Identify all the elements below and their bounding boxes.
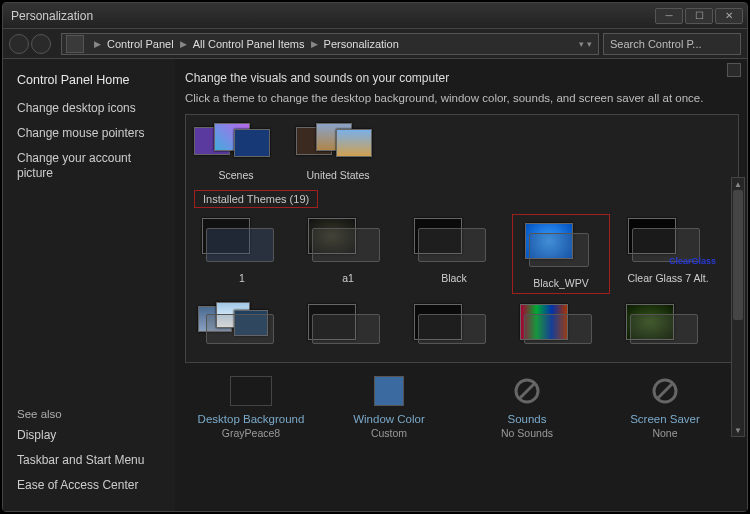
- search-input[interactable]: Search Control P...: [603, 33, 741, 55]
- sidebar-link-account-picture[interactable]: Change your account picture: [17, 151, 161, 181]
- option-value: None: [603, 427, 727, 439]
- breadcrumb-item[interactable]: All Control Panel Items: [193, 38, 305, 50]
- desktop-background-option[interactable]: Desktop Background GrayPeace8: [189, 373, 313, 439]
- sidebar-link-ease-of-access[interactable]: Ease of Access Center: [17, 478, 161, 493]
- sidebar-link-display[interactable]: Display: [17, 428, 161, 443]
- theme-item[interactable]: [300, 300, 396, 354]
- theme-label: Black_WPV: [517, 277, 605, 289]
- breadcrumb-dropdown-icon[interactable]: ▾ ▾: [573, 39, 598, 49]
- breadcrumb-item[interactable]: Control Panel: [107, 38, 174, 50]
- theme-a1[interactable]: a1: [300, 214, 396, 294]
- option-value: No Sounds: [465, 427, 589, 439]
- close-button[interactable]: ✕: [715, 8, 743, 24]
- option-label: Screen Saver: [603, 413, 727, 425]
- desktop-bg-icon: [230, 376, 272, 406]
- theme-label: United States: [296, 169, 380, 181]
- forward-button[interactable]: [31, 34, 51, 54]
- personalization-window: Personalization ─ ☐ ✕ ▶ Control Panel ▶ …: [2, 2, 748, 512]
- theme-black-wpv-selected[interactable]: Black_WPV: [512, 214, 610, 294]
- search-placeholder: Search Control P...: [610, 38, 702, 50]
- sounds-option[interactable]: Sounds No Sounds: [465, 373, 589, 439]
- theme-label: Scenes: [194, 169, 278, 181]
- theme-label: a1: [300, 272, 396, 284]
- sidebar-heading[interactable]: Control Panel Home: [17, 73, 161, 87]
- svg-line-1: [519, 383, 535, 399]
- chevron-right-icon: ▶: [305, 39, 324, 49]
- option-label: Sounds: [465, 413, 589, 425]
- scroll-thumb[interactable]: [733, 190, 743, 320]
- svg-line-3: [657, 383, 673, 399]
- theme-black[interactable]: Black: [406, 214, 502, 294]
- content-heading: Change the visuals and sounds on your co…: [185, 71, 739, 85]
- toolbar: ▶ Control Panel ▶ All Control Panel Item…: [3, 29, 747, 59]
- theme-item[interactable]: [194, 300, 290, 354]
- scroll-down-icon[interactable]: ▼: [732, 424, 744, 436]
- breadcrumb-item[interactable]: Personalization: [324, 38, 399, 50]
- theme-clear-glass[interactable]: ClearGlass Clear Glass 7 Alt.: [620, 214, 716, 294]
- content-sub: Click a theme to change the desktop back…: [185, 91, 739, 106]
- chevron-right-icon: ▶: [174, 39, 193, 49]
- scroll-up-icon[interactable]: ▲: [732, 178, 744, 190]
- breadcrumb-bar[interactable]: ▶ Control Panel ▶ All Control Panel Item…: [61, 33, 599, 55]
- option-value: GrayPeace8: [189, 427, 313, 439]
- scrollbar[interactable]: ▲ ▼: [731, 177, 745, 437]
- theme-1[interactable]: 1: [194, 214, 290, 294]
- no-sound-icon: [465, 373, 589, 409]
- sidebar-link-mouse-pointers[interactable]: Change mouse pointers: [17, 126, 161, 141]
- theme-label: Black: [406, 272, 502, 284]
- titlebar[interactable]: Personalization ─ ☐ ✕: [3, 3, 747, 29]
- window-controls: ─ ☐ ✕: [655, 8, 743, 24]
- sidebar-link-desktop-icons[interactable]: Change desktop icons: [17, 101, 161, 116]
- help-icon[interactable]: [727, 63, 741, 77]
- clearglass-logo: ClearGlass: [669, 256, 716, 266]
- themes-panel: Scenes United States Installed Themes (1…: [185, 114, 739, 363]
- back-button[interactable]: [9, 34, 29, 54]
- installed-themes-label: Installed Themes (19): [194, 190, 318, 208]
- theme-label: Clear Glass 7 Alt.: [620, 272, 716, 284]
- content-area: Change the visuals and sounds on your co…: [175, 59, 747, 511]
- minimize-button[interactable]: ─: [655, 8, 683, 24]
- sidebar-link-taskbar[interactable]: Taskbar and Start Menu: [17, 453, 161, 468]
- window-color-option[interactable]: Window Color Custom: [327, 373, 451, 439]
- option-value: Custom: [327, 427, 451, 439]
- theme-label: 1: [194, 272, 290, 284]
- maximize-button[interactable]: ☐: [685, 8, 713, 24]
- window-title: Personalization: [7, 9, 655, 23]
- sidebar: Control Panel Home Change desktop icons …: [3, 59, 175, 511]
- theme-item[interactable]: [618, 300, 714, 354]
- theme-item[interactable]: [512, 300, 608, 354]
- no-screensaver-icon: [603, 373, 727, 409]
- window-color-icon: [374, 376, 404, 406]
- settings-row: Desktop Background GrayPeace8 Window Col…: [185, 373, 739, 439]
- theme-united-states[interactable]: United States: [296, 121, 380, 181]
- theme-scenes[interactable]: Scenes: [194, 121, 278, 181]
- chevron-right-icon: ▶: [88, 39, 107, 49]
- option-label: Desktop Background: [189, 413, 313, 425]
- theme-item[interactable]: [406, 300, 502, 354]
- see-also-heading: See also: [17, 408, 161, 420]
- screen-saver-option[interactable]: Screen Saver None: [603, 373, 727, 439]
- location-icon: [66, 35, 84, 53]
- option-label: Window Color: [327, 413, 451, 425]
